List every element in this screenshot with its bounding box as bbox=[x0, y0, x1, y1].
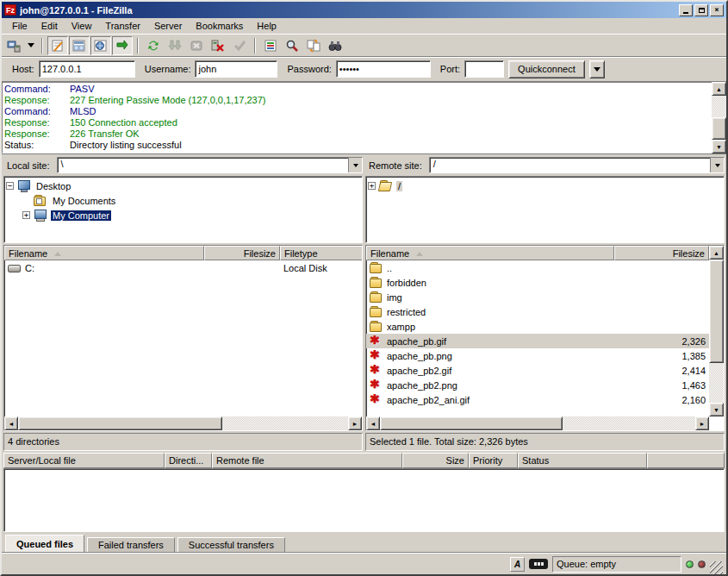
remote-site-combobox[interactable]: / bbox=[429, 157, 725, 173]
scroll-right-icon[interactable]: ► bbox=[348, 416, 362, 430]
remote-horizontal-scrollbar[interactable]: ◄ ► bbox=[366, 416, 709, 430]
cancel-operation-button[interactable] bbox=[186, 36, 207, 55]
remote-tree[interactable]: + / bbox=[365, 176, 725, 243]
scroll-up-icon[interactable]: ▲ bbox=[712, 82, 726, 96]
menu-item[interactable]: File bbox=[5, 19, 34, 33]
file-row[interactable]: restricted bbox=[366, 304, 709, 319]
computer-icon bbox=[34, 210, 47, 221]
process-queue-button[interactable] bbox=[165, 36, 185, 55]
local-column-filesize[interactable]: Filesize bbox=[204, 246, 280, 260]
scroll-right-icon[interactable]: ► bbox=[695, 416, 709, 430]
local-file-list[interactable]: Filename Filesize Filetype L C: Local Di… bbox=[3, 245, 363, 431]
remote-vertical-scrollbar[interactable]: ▲ ▼ bbox=[709, 246, 724, 416]
speed-limit-icon[interactable] bbox=[529, 559, 548, 569]
transfer-type-icon[interactable]: A bbox=[510, 557, 525, 572]
username-input[interactable] bbox=[195, 60, 277, 78]
remote-site-dropdown-button[interactable] bbox=[710, 158, 724, 172]
file-search-button[interactable] bbox=[282, 36, 302, 55]
log-vertical-scrollbar[interactable]: ▲ ▼ bbox=[712, 82, 726, 153]
disconnect-button[interactable] bbox=[208, 36, 228, 55]
site-manager-button[interactable] bbox=[3, 36, 24, 55]
queue-column-priority[interactable]: Priority bbox=[469, 453, 518, 468]
queue-column-remote-file[interactable]: Remote file bbox=[212, 453, 402, 468]
titlebar[interactable]: Fz john@127.0.0.1 - FileZilla × bbox=[2, 2, 726, 18]
log-line-text: 150 Connection accepted bbox=[70, 117, 177, 128]
remote-status-text: Selected 1 file. Total size: 2,326 bytes bbox=[365, 433, 725, 451]
local-site-combobox[interactable]: \ bbox=[57, 157, 363, 173]
queue-tab[interactable]: Failed transfers bbox=[87, 537, 175, 553]
file-row[interactable]: img bbox=[366, 290, 709, 304]
quickconnect-button[interactable]: Quickconnect bbox=[508, 60, 585, 78]
refresh-button[interactable] bbox=[143, 36, 164, 55]
folder-icon bbox=[370, 321, 383, 332]
remote-column-filesize[interactable]: Filesize bbox=[614, 246, 709, 260]
tree-item-label: / bbox=[396, 181, 402, 191]
quickconnect-dropdown-button[interactable] bbox=[589, 60, 605, 78]
file-type: Local Disk bbox=[280, 263, 362, 273]
abort-button[interactable] bbox=[229, 36, 250, 55]
scroll-left-icon[interactable]: ◄ bbox=[366, 416, 380, 430]
file-row[interactable]: apache_pb.gif 2,326 bbox=[366, 334, 709, 348]
scroll-left-icon[interactable]: ◄ bbox=[4, 416, 18, 430]
menu-item[interactable]: Edit bbox=[34, 19, 65, 33]
local-tree[interactable]: − Desktop My Documents + My Computer bbox=[3, 176, 363, 243]
local-column-filename[interactable]: Filename bbox=[4, 246, 204, 260]
toggle-transfer-queue-button[interactable] bbox=[112, 36, 133, 55]
minimize-button[interactable] bbox=[679, 4, 693, 16]
image-icon bbox=[370, 350, 383, 361]
tree-item[interactable]: − Desktop bbox=[6, 178, 362, 193]
log-line-label: Response: bbox=[4, 117, 70, 128]
menu-item[interactable]: Bookmarks bbox=[189, 19, 250, 33]
queue-tab[interactable]: Successful transfers bbox=[177, 537, 285, 553]
expander-icon[interactable]: − bbox=[6, 182, 14, 190]
scroll-down-icon[interactable]: ▼ bbox=[712, 140, 726, 153]
scroll-up-icon[interactable]: ▲ bbox=[709, 246, 724, 260]
directory-comparison-button[interactable] bbox=[303, 36, 324, 55]
local-column-filetype[interactable]: Filetype bbox=[280, 246, 362, 260]
queue-column-size[interactable]: Size bbox=[402, 453, 469, 468]
filter-button[interactable] bbox=[260, 36, 281, 55]
file-row[interactable]: .. bbox=[366, 260, 709, 275]
file-row[interactable]: forbidden bbox=[366, 275, 709, 290]
maximize-button[interactable] bbox=[694, 4, 708, 16]
password-input[interactable] bbox=[336, 60, 431, 78]
local-site-dropdown-button[interactable] bbox=[348, 158, 362, 172]
expander-icon[interactable]: + bbox=[368, 182, 376, 190]
queue-tab[interactable]: Queued files bbox=[5, 535, 84, 553]
close-button[interactable]: × bbox=[710, 4, 724, 16]
desktop-icon bbox=[17, 180, 31, 191]
site-manager-dropdown-button[interactable] bbox=[25, 36, 37, 55]
queue-column-status[interactable]: Status bbox=[518, 453, 647, 468]
tree-item[interactable]: + / bbox=[368, 178, 724, 193]
queue-list-body[interactable] bbox=[3, 468, 725, 532]
menu-item[interactable]: Transfer bbox=[98, 19, 147, 33]
tree-item[interactable]: + My Computer bbox=[6, 208, 362, 222]
file-row[interactable]: C: Local Disk bbox=[4, 260, 362, 275]
search-icon bbox=[285, 38, 300, 53]
file-row[interactable]: apache_pb2.png 1,463 bbox=[366, 378, 709, 392]
synchronized-browsing-button[interactable] bbox=[325, 36, 345, 55]
chevron-down-icon bbox=[353, 164, 358, 170]
file-row[interactable]: apache_pb2.gif 2,414 bbox=[366, 363, 709, 378]
resize-grip[interactable] bbox=[710, 561, 723, 574]
toggle-remote-tree-button[interactable] bbox=[90, 36, 111, 55]
queue-column-local-file[interactable]: Server/Local file bbox=[3, 453, 165, 468]
port-input[interactable] bbox=[464, 60, 504, 78]
menu-item[interactable]: Server bbox=[147, 19, 189, 33]
file-row[interactable]: apache_pb2_ani.gif 2,160 bbox=[366, 392, 709, 407]
log-line: Command: MLSD bbox=[4, 106, 710, 117]
tree-item[interactable]: My Documents bbox=[6, 193, 362, 208]
local-horizontal-scrollbar[interactable]: ◄ ► bbox=[4, 416, 362, 430]
toggle-local-tree-button[interactable] bbox=[69, 36, 90, 55]
expander-icon[interactable]: + bbox=[22, 211, 30, 219]
menu-item[interactable]: Help bbox=[250, 19, 283, 33]
queue-column-direction[interactable]: Directi... bbox=[165, 453, 212, 468]
scroll-down-icon[interactable]: ▼ bbox=[709, 403, 724, 416]
file-row[interactable]: apache_pb.png 1,385 bbox=[366, 348, 709, 363]
remote-file-list[interactable]: Filename Filesize .. forbidden bbox=[365, 245, 725, 431]
file-row[interactable]: xampp bbox=[366, 319, 709, 334]
remote-column-filename[interactable]: Filename bbox=[366, 246, 614, 260]
menu-item[interactable]: View bbox=[65, 19, 99, 33]
host-input[interactable] bbox=[39, 60, 135, 78]
toggle-message-log-button[interactable] bbox=[47, 36, 68, 55]
